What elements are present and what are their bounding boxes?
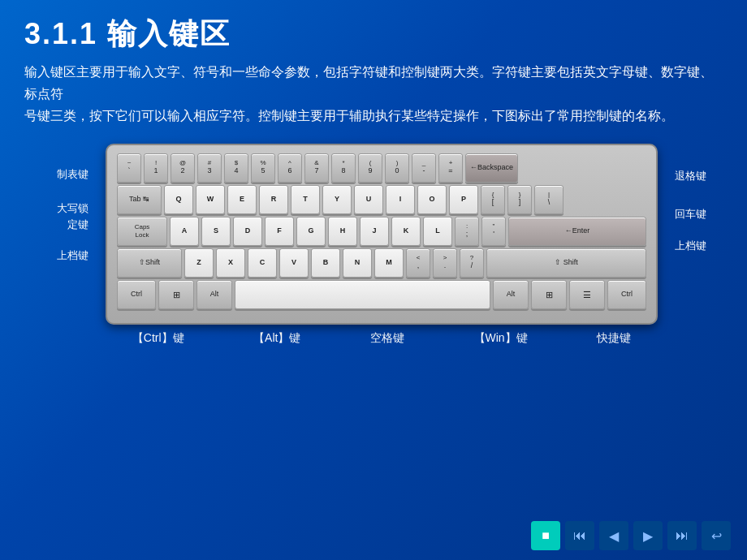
key-x[interactable]: X [216, 248, 245, 278]
tab-key-label: 制表键 [57, 168, 89, 180]
key-space[interactable] [235, 280, 490, 309]
key-1[interactable]: !1 [144, 153, 168, 183]
key-caps-lock[interactable]: CapsLock [117, 217, 167, 246]
key-menu[interactable]: ☰ [569, 280, 605, 309]
key-6[interactable]: ^6 [278, 153, 302, 183]
key-m[interactable]: M [374, 248, 404, 278]
key-b[interactable]: B [311, 248, 340, 278]
key-enter[interactable]: ←Enter [508, 217, 646, 246]
key-n[interactable]: N [343, 248, 372, 278]
key-5[interactable]: %5 [251, 153, 275, 183]
shift-right-label: 上档键 [675, 239, 706, 252]
key-f[interactable]: F [265, 217, 294, 246]
key-i[interactable]: I [386, 185, 415, 214]
nav-last-button[interactable]: ⏭ [667, 521, 697, 550]
key-a[interactable]: A [170, 217, 199, 246]
key-r[interactable]: R [259, 185, 288, 214]
key-u[interactable]: U [354, 185, 383, 214]
key-lbrace[interactable]: {[ [481, 185, 505, 214]
key-right-shift[interactable]: ⇧ Shift [486, 248, 646, 278]
key-z[interactable]: Z [184, 248, 214, 278]
key-tab[interactable]: Tab ↹ [117, 185, 162, 214]
key-quote[interactable]: "' [481, 217, 506, 246]
key-left-ctrl[interactable]: Ctrl [117, 280, 156, 309]
key-equals[interactable]: += [438, 153, 463, 183]
key-d[interactable]: D [233, 217, 262, 246]
key-left-shift[interactable]: ⇧Shift [117, 248, 182, 278]
key-o[interactable]: O [417, 185, 447, 214]
caps-lock-label: 大写锁定键 [57, 202, 89, 231]
nav-next-button[interactable]: ▶ [633, 521, 663, 550]
key-y[interactable]: Y [322, 185, 352, 214]
key-h[interactable]: H [328, 217, 357, 246]
enter-label: 回车键 [675, 208, 706, 220]
alt-bottom-label: 【Alt】键 [253, 331, 300, 346]
key-q[interactable]: Q [164, 185, 193, 214]
key-7[interactable]: &7 [304, 153, 329, 183]
key-tilde[interactable]: ~` [117, 153, 141, 183]
key-w[interactable]: W [196, 185, 225, 214]
shift-left-label: 上档键 [57, 249, 89, 261]
page-title: 3.1.1 输入键区 [0, 0, 747, 61]
key-g[interactable]: G [296, 217, 326, 246]
key-right-ctrl[interactable]: Ctrl [607, 280, 646, 309]
key-s[interactable]: S [201, 217, 231, 246]
key-right-alt[interactable]: Alt [493, 280, 529, 309]
backspace-label: 退格键 [675, 170, 706, 182]
nav-home-button[interactable]: ■ [531, 521, 560, 550]
key-2[interactable]: @2 [171, 153, 195, 183]
key-period[interactable]: >. [433, 248, 457, 278]
key-semicolon[interactable]: :; [455, 217, 479, 246]
key-e[interactable]: E [227, 185, 257, 214]
key-slash[interactable]: ?/ [460, 248, 484, 278]
nav-prev-button[interactable]: ◀ [599, 521, 628, 550]
key-0[interactable]: )0 [385, 153, 409, 183]
key-left-alt[interactable]: Alt [196, 280, 232, 309]
key-backspace[interactable]: ←Backspace [465, 153, 518, 183]
win-bottom-label: 【Win】键 [474, 331, 528, 346]
page-description: 输入键区主要用于输入文字、符号和一些命令参数，包括字符键和控制键两大类。字符键主… [0, 61, 747, 136]
key-minus[interactable]: _- [412, 153, 436, 183]
key-p[interactable]: P [449, 185, 478, 214]
key-l[interactable]: L [423, 217, 452, 246]
space-bottom-label: 空格键 [370, 331, 404, 346]
keyboard: ~` !1 @2 #3 $4 %5 ^6 &7 *8 (9 )0 _- += ←… [106, 144, 658, 325]
key-c[interactable]: C [248, 248, 277, 278]
key-v[interactable]: V [279, 248, 309, 278]
key-t[interactable]: T [291, 185, 320, 214]
key-j[interactable]: J [360, 217, 389, 246]
key-9[interactable]: (9 [358, 153, 382, 183]
key-8[interactable]: *8 [331, 153, 356, 183]
key-3[interactable]: #3 [197, 153, 222, 183]
shortcut-bottom-label: 快捷键 [597, 331, 631, 346]
key-left-win[interactable]: ⊞ [158, 280, 194, 309]
nav-return-button[interactable]: ↩ [702, 521, 731, 550]
key-comma[interactable]: <, [406, 248, 430, 278]
key-4[interactable]: $4 [224, 153, 248, 183]
ctrl-bottom-label: 【Ctrl】键 [132, 331, 184, 346]
key-rbrace[interactable]: }] [507, 185, 532, 214]
key-k[interactable]: K [391, 217, 421, 246]
key-pipe[interactable]: |\ [534, 185, 563, 214]
nav-bar: ■ ⏮ ◀ ▶ ⏭ ↩ [531, 521, 731, 550]
key-right-win[interactable]: ⊞ [531, 280, 567, 309]
nav-first-button[interactable]: ⏮ [565, 521, 594, 550]
